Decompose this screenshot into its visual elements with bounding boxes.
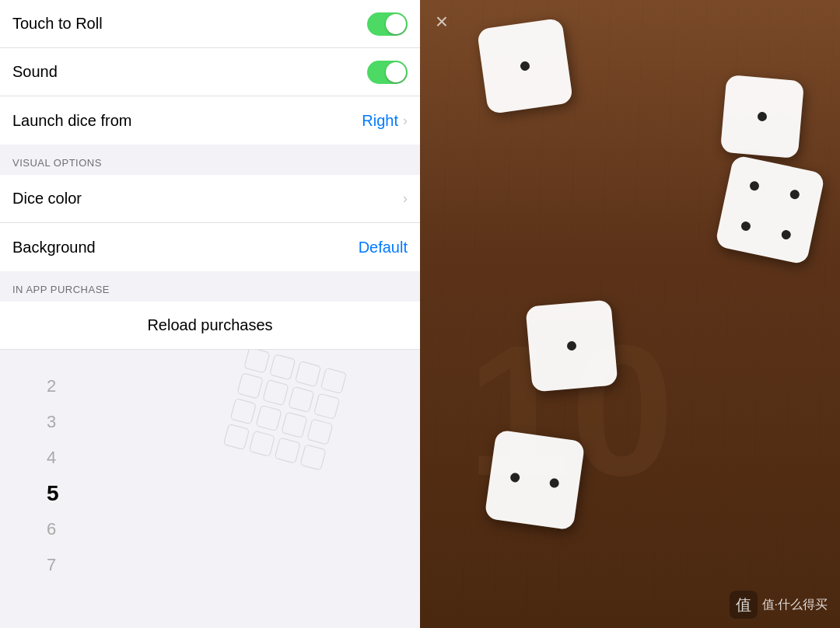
die-4 [525,299,618,392]
dot [566,340,576,351]
dot [780,229,791,239]
launch-dice-chevron-icon: › [403,113,408,129]
touch-to-roll-toggle[interactable] [367,12,408,36]
mini-die [288,386,314,413]
touch-to-roll-row: Touch to Roll [0,0,420,48]
dice-color-chevron-icon: › [403,190,408,207]
mini-die [299,444,326,470]
mini-die [249,431,275,457]
launch-dice-from-row[interactable]: Launch dice from Right › [0,96,420,145]
launch-dice-from-value: Right › [362,112,408,130]
close-button[interactable]: × [428,8,456,36]
dice-color-chevron: › [403,190,408,207]
launch-dice-from-label: Launch dice from [12,112,131,130]
mini-die [281,412,307,438]
die-1 [477,18,573,114]
picker-dice-illustration [233,365,389,521]
close-icon: × [436,9,448,34]
touch-to-roll-label: Touch to Roll [12,15,103,33]
background-text: Default [359,239,408,256]
mini-die [269,354,296,380]
dot [740,220,751,231]
reload-purchases-row[interactable]: Reload purchases [0,302,420,350]
mini-die [313,393,340,420]
settings-panel: Touch to Roll Sound Launch dice from Rig… [0,0,420,628]
die-2 [720,75,804,159]
background-row[interactable]: Background Default [0,223,420,271]
dot [789,188,800,199]
mini-die [243,350,270,374]
dot [549,477,560,488]
sound-toggle[interactable] [367,61,408,84]
dot [510,472,521,483]
mini-die [262,379,289,406]
mini-die [223,424,250,450]
background-label: Background [12,239,96,256]
dice-color-label: Dice color [12,190,82,208]
dice-color-row[interactable]: Dice color › [0,175,420,223]
launch-dice-from-text: Right [362,112,398,130]
reload-purchases-label: Reload purchases [147,316,272,334]
dot [748,180,759,190]
mini-die [306,418,333,445]
mini-die [230,398,257,424]
watermark-text: 值·什么得买 [762,597,828,613]
watermark-badge: 值 [730,591,758,619]
picker-item-7: 7 [47,547,420,583]
die-3 [715,155,825,265]
visual-options-header: VISUAL OPTIONS [0,145,420,175]
sound-row: Sound [0,48,420,96]
mini-dice-grid [222,350,399,487]
mini-die [275,437,301,463]
mini-die [236,372,263,399]
mini-die [255,405,282,431]
dot [757,111,767,121]
in-app-purchase-header: IN APP PURCHASE [0,271,420,302]
mini-die [295,361,321,387]
number-picker[interactable]: 2 3 4 5 6 7 [0,350,420,628]
mini-die [320,368,347,394]
die-5 [485,430,586,531]
game-panel: × 10 值 值·什么得买 [420,0,840,628]
watermark: 值 值·什么得买 [730,591,828,619]
sound-label: Sound [12,63,58,81]
background-value: Default [359,239,408,256]
dot [520,61,530,72]
